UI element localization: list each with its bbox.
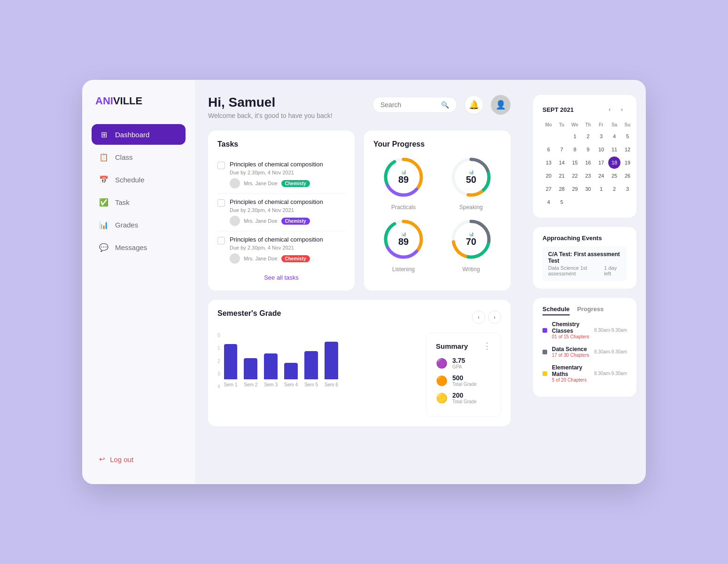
tab-schedule[interactable]: Schedule bbox=[542, 306, 570, 315]
task-checkbox-0[interactable] bbox=[217, 162, 225, 169]
logo-ani: ANI bbox=[95, 95, 113, 107]
calendar-day[interactable]: 2 bbox=[582, 130, 594, 142]
tab-progress[interactable]: Progress bbox=[577, 306, 604, 315]
progress-title: Your Progress bbox=[373, 140, 501, 149]
calendar-day[interactable]: 11 bbox=[608, 143, 620, 156]
semester-title: Semester's Grade bbox=[217, 309, 281, 318]
calendar-day[interactable]: 27 bbox=[542, 183, 555, 195]
summary-sublabel-1: Total Grade bbox=[452, 382, 477, 387]
task-checkbox-1[interactable] bbox=[217, 199, 225, 207]
calendar-day[interactable]: 28 bbox=[556, 183, 568, 195]
progress-label-1: Speaking bbox=[459, 204, 483, 211]
logout-button[interactable]: ↩ Log out bbox=[92, 449, 186, 469]
schedule-name-0: Chemistry Classes bbox=[552, 321, 589, 334]
calendar-day[interactable]: 18 bbox=[608, 157, 620, 169]
progress-label-3: Writing bbox=[462, 266, 480, 273]
calendar-day[interactable]: 22 bbox=[569, 170, 581, 182]
calendar-month: SEPT 2021 bbox=[542, 106, 574, 113]
bars-wrapper: Sem 1 Sem 2 Sem 3 Sem 4 Sem 5 Sem 6 bbox=[224, 333, 338, 389]
calendar-day[interactable]: 2 bbox=[608, 183, 620, 195]
grades-nav-icon: 📊 bbox=[99, 220, 108, 229]
calendar-day[interactable]: 7 bbox=[556, 143, 568, 156]
greeting-subtitle: Welcome back, it's good to have you back… bbox=[208, 112, 333, 119]
semester-next-button[interactable]: › bbox=[488, 311, 501, 324]
calendar-day[interactable]: 15 bbox=[569, 157, 581, 169]
cal-day-header: Sa bbox=[608, 120, 620, 129]
calendar-day[interactable]: 6 bbox=[542, 143, 555, 156]
calendar-day[interactable]: 14 bbox=[556, 157, 568, 169]
circle-number-3: 70 bbox=[466, 236, 476, 247]
sidebar-label-grades: Grades bbox=[115, 221, 138, 229]
calendar-day[interactable]: 3 bbox=[621, 183, 634, 195]
sidebar-item-schedule[interactable]: 📅 Schedule bbox=[92, 169, 186, 190]
calendar-prev-button[interactable]: ‹ bbox=[604, 104, 615, 115]
search-box[interactable]: 🔍 bbox=[372, 97, 457, 113]
calendar-day[interactable]: 20 bbox=[542, 170, 555, 182]
y-label: 2 bbox=[217, 359, 220, 364]
calendar-day[interactable]: 12 bbox=[621, 143, 634, 156]
semester-prev-button[interactable]: ‹ bbox=[472, 311, 485, 324]
progress-item-writing: 📊 70 Writing bbox=[441, 218, 501, 273]
logo-ville: VILLE bbox=[113, 95, 142, 107]
calendar-card: SEPT 2021 ‹ › MoTuWeThFrSaSu123456789101… bbox=[533, 95, 636, 218]
calendar-day[interactable]: 5 bbox=[556, 196, 568, 208]
calendar-day[interactable]: 1 bbox=[569, 130, 581, 142]
calendar-day[interactable]: 4 bbox=[542, 196, 555, 208]
calendar-day[interactable]: 19 bbox=[621, 157, 634, 169]
cal-day-header: We bbox=[569, 120, 581, 129]
sidebar-item-messages[interactable]: 💬 Messages bbox=[92, 237, 186, 258]
search-icon: 🔍 bbox=[441, 101, 449, 109]
notification-button[interactable]: 🔔 bbox=[465, 95, 483, 114]
calendar-day[interactable]: 5 bbox=[621, 130, 634, 142]
task-checkbox-2[interactable] bbox=[217, 237, 225, 244]
sidebar-label-task: Task bbox=[115, 198, 130, 206]
calendar-day[interactable]: 23 bbox=[582, 170, 594, 182]
calendar-day[interactable]: 4 bbox=[608, 130, 620, 142]
calendar-day[interactable]: 13 bbox=[542, 157, 555, 169]
greeting-block: Hi, Samuel Welcome back, it's good to ha… bbox=[208, 95, 333, 119]
schedule-dot-1 bbox=[542, 350, 547, 354]
calendar-day[interactable]: 30 bbox=[582, 183, 594, 195]
circle-value-2: 📊 89 bbox=[398, 232, 409, 247]
circle-bar-icon-1: 📊 bbox=[469, 170, 474, 174]
calendar-day[interactable]: 26 bbox=[621, 170, 634, 182]
summary-item-1: 🟠 500 Total Grade bbox=[436, 374, 491, 387]
y-label: 0 bbox=[217, 333, 220, 338]
calendar-day[interactable]: 17 bbox=[595, 157, 607, 169]
calendar-day[interactable]: 3 bbox=[595, 130, 607, 142]
task-footer-1: Mrs. Jane Doe Chemisty bbox=[230, 216, 345, 226]
task-list: Principles of chemical composition Due b… bbox=[217, 156, 345, 268]
schedule-items: Chemistry Classes 01 of 15 Chapters 8.30… bbox=[542, 321, 627, 383]
sidebar-item-task[interactable]: ✅ Task bbox=[92, 192, 186, 212]
task-item: Principles of chemical composition Due b… bbox=[217, 231, 345, 268]
calendar-next-button[interactable]: › bbox=[617, 104, 627, 115]
calendar-day[interactable]: 24 bbox=[595, 170, 607, 182]
calendar-day[interactable]: 8 bbox=[569, 143, 581, 156]
y-label: 4 bbox=[217, 384, 220, 389]
search-input[interactable] bbox=[380, 101, 437, 109]
progress-label-0: Practicals bbox=[391, 204, 416, 211]
event-description: Data Science 1st assessment bbox=[548, 265, 604, 276]
user-avatar[interactable]: 👤 bbox=[491, 95, 511, 115]
circle-number-0: 89 bbox=[398, 174, 409, 185]
sidebar-item-dashboard[interactable]: ⊞ Dashboard bbox=[92, 124, 186, 145]
cal-day-header: Tu bbox=[556, 120, 568, 129]
sidebar-item-class[interactable]: 📋 Class bbox=[92, 147, 186, 167]
calendar-day[interactable]: 9 bbox=[582, 143, 594, 156]
logout-icon: ↩ bbox=[99, 455, 105, 463]
calendar-day[interactable]: 25 bbox=[608, 170, 620, 182]
sidebar-item-grades[interactable]: 📊 Grades bbox=[92, 214, 186, 235]
schedule-dot-2 bbox=[542, 371, 547, 376]
bar-col-2: Sem 3 bbox=[264, 353, 278, 387]
calendar-day[interactable]: 21 bbox=[556, 170, 568, 182]
summary-info-1: 500 Total Grade bbox=[452, 374, 477, 387]
event-name: C/A Test: First assessment Test bbox=[548, 251, 621, 264]
summary-menu-button[interactable]: ⋮ bbox=[483, 341, 491, 351]
summary-sublabel-0: GPA bbox=[452, 364, 465, 369]
schedule-time-1: 8.30am-9.30am bbox=[594, 349, 627, 354]
calendar-day[interactable]: 16 bbox=[582, 157, 594, 169]
see-all-tasks-button[interactable]: See all tasks bbox=[217, 274, 345, 281]
calendar-day[interactable]: 10 bbox=[595, 143, 607, 156]
calendar-day[interactable]: 29 bbox=[569, 183, 581, 195]
calendar-day[interactable]: 1 bbox=[595, 183, 607, 195]
